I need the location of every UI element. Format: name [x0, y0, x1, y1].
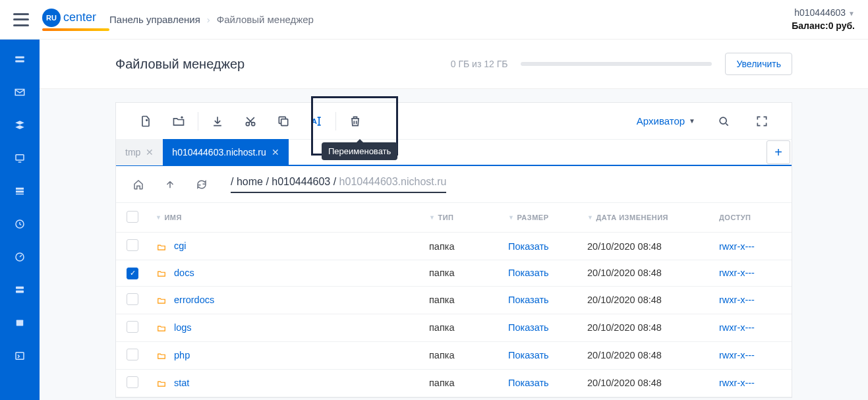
sidebar-item-server-icon[interactable]: [13, 283, 26, 297]
rename-tooltip: Переименовать: [322, 142, 397, 160]
file-name-link[interactable]: docs: [174, 268, 194, 278]
cell-type: папка: [422, 286, 502, 314]
svg-rect-3: [16, 188, 24, 190]
menu-toggle-icon[interactable]: [13, 13, 29, 26]
nav-row: / home / h010444603 / h010444603.nichost…: [116, 166, 792, 203]
show-size-link[interactable]: Показать: [508, 295, 549, 305]
show-size-link[interactable]: Показать: [508, 241, 549, 252]
show-size-link[interactable]: Показать: [508, 322, 549, 333]
logo[interactable]: RU center: [42, 9, 109, 31]
up-icon[interactable]: [154, 166, 186, 203]
cell-type: папка: [422, 341, 502, 369]
svg-rect-9: [16, 291, 24, 293]
file-name-link[interactable]: cgi: [174, 241, 187, 251]
table-row: logsпапкаПоказать20/10/2020 08:48rwxr-x-…: [116, 314, 792, 341]
folder-icon: [156, 379, 167, 388]
new-file-icon[interactable]: [129, 103, 162, 140]
row-checkbox[interactable]: [127, 239, 138, 251]
sidebar-item-clock-icon[interactable]: [13, 217, 26, 231]
perm-link[interactable]: rwxr-x---: [719, 350, 755, 360]
file-name-link[interactable]: errordocs: [174, 295, 214, 305]
table-row: phpпапкаПоказать20/10/2020 08:48rwxr-x--…: [116, 341, 792, 369]
cell-date: 20/10/2020 08:48: [581, 260, 712, 287]
cell-date: 20/10/2020 08:48: [581, 286, 712, 314]
row-checkbox[interactable]: [127, 321, 138, 333]
app-header: RU center Панель управления › Файловый м…: [0, 0, 868, 40]
perm-link[interactable]: rwxr-x---: [719, 378, 755, 388]
sidebar-item-layers-icon[interactable]: [13, 185, 26, 198]
row-checkbox[interactable]: ✓: [127, 268, 138, 279]
tab-host[interactable]: h010444603.nichost.ru ✕: [163, 139, 288, 165]
svg-rect-11: [16, 353, 24, 360]
perm-link[interactable]: rwxr-x---: [719, 241, 755, 252]
delete-icon[interactable]: [339, 103, 372, 140]
table-row: errordocsпапкаПоказать20/10/2020 08:48rw…: [116, 286, 792, 314]
cell-type: папка: [422, 369, 502, 397]
col-name[interactable]: ▼ИМЯ: [149, 203, 422, 233]
file-name-link[interactable]: php: [174, 350, 190, 360]
sidebar-item-mail-icon[interactable]: [13, 86, 26, 99]
path-bar[interactable]: / home / h010444603 / h010444603.nichost…: [231, 176, 446, 193]
cell-type: папка: [422, 314, 502, 341]
select-all-checkbox[interactable]: [127, 211, 138, 223]
folder-icon: [156, 324, 167, 333]
tab-tmp[interactable]: tmp ✕: [116, 139, 163, 165]
sidebar-item-stack-icon[interactable]: [13, 119, 26, 132]
add-tab-button[interactable]: +: [767, 140, 790, 164]
cell-date: 20/10/2020 08:48: [581, 233, 712, 260]
cell-type: папка: [422, 260, 502, 287]
page-title: Файловый менеджер: [115, 57, 245, 72]
copy-icon[interactable]: [267, 103, 300, 140]
close-icon[interactable]: ✕: [272, 147, 279, 157]
sidebar-item-terminal-icon[interactable]: [13, 349, 26, 362]
new-folder-icon[interactable]: [162, 103, 195, 140]
svg-point-13: [252, 122, 255, 125]
cut-icon[interactable]: [234, 103, 267, 140]
row-checkbox[interactable]: [127, 293, 138, 305]
home-icon[interactable]: [123, 166, 154, 203]
breadcrumb: Панель управления › Файловый менеджер: [109, 14, 314, 25]
row-checkbox[interactable]: [127, 349, 138, 360]
search-icon[interactable]: [707, 103, 740, 140]
quota-bar: [521, 62, 712, 66]
breadcrumb-panel[interactable]: Панель управления: [109, 14, 200, 25]
rename-icon[interactable]: A: [300, 103, 333, 140]
logo-text: center: [63, 11, 96, 24]
close-icon[interactable]: ✕: [146, 147, 154, 157]
increase-button[interactable]: Увеличить: [725, 53, 792, 75]
show-size-link[interactable]: Показать: [508, 350, 549, 360]
perm-link[interactable]: rwxr-x---: [719, 295, 755, 305]
svg-point-16: [720, 117, 726, 124]
archiver-dropdown[interactable]: Архиватор▼: [637, 115, 695, 127]
show-size-link[interactable]: Показать: [508, 378, 549, 388]
cell-date: 20/10/2020 08:48: [581, 369, 712, 397]
cell-date: 20/10/2020 08:48: [581, 341, 712, 369]
show-size-link[interactable]: Показать: [508, 268, 549, 278]
svg-rect-2: [16, 155, 24, 160]
folder-icon: [156, 296, 167, 305]
chevron-down-icon: ▼: [689, 117, 695, 125]
perm-link[interactable]: rwxr-x---: [719, 322, 755, 333]
col-size[interactable]: ▼РАЗМЕР: [502, 203, 581, 233]
file-panel: A Архиватор▼ Переименовать: [115, 102, 792, 398]
account-dropdown[interactable]: h010444603▼: [792, 7, 855, 20]
file-name-link[interactable]: logs: [174, 322, 192, 333]
svg-point-12: [246, 122, 249, 125]
sidebar-item-desktop-icon[interactable]: [13, 152, 26, 165]
svg-rect-10: [16, 320, 24, 326]
sidebar-item-gauge-icon[interactable]: [13, 250, 26, 264]
download-icon[interactable]: [201, 103, 234, 140]
col-date[interactable]: ▼ДАТА ИЗМЕНЕНИЯ: [581, 203, 712, 233]
quota-text: 0 ГБ из 12 ГБ: [451, 59, 508, 69]
svg-rect-1: [15, 61, 24, 63]
fullscreen-icon[interactable]: [745, 103, 778, 140]
sidebar-item-db-icon[interactable]: [13, 316, 26, 329]
table-row: statпапкаПоказать20/10/2020 08:48rwxr-x-…: [116, 369, 792, 397]
perm-link[interactable]: rwxr-x---: [719, 268, 755, 278]
refresh-icon[interactable]: [186, 166, 217, 203]
col-type[interactable]: ▼ТИП: [422, 203, 502, 233]
row-checkbox[interactable]: [127, 376, 138, 388]
sidebar-item-storage-icon[interactable]: [13, 53, 26, 66]
file-table: ▼ИМЯ ▼ТИП ▼РАЗМЕР ▼ДАТА ИЗМЕНЕНИЯ ДОСТУП…: [116, 203, 792, 397]
file-name-link[interactable]: stat: [174, 378, 189, 388]
